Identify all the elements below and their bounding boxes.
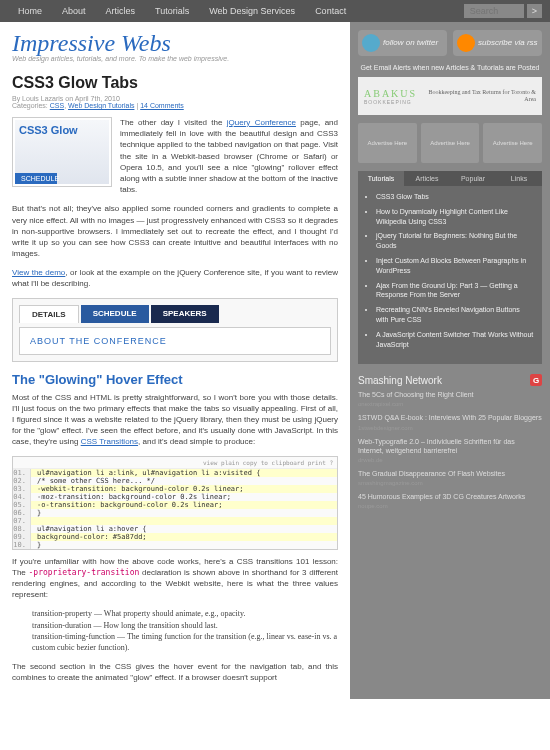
twitter-button[interactable]: follow on twitter <box>358 30 447 56</box>
section-heading: The "Glowing" Hover Effect <box>12 372 338 387</box>
def-1: transition-property — What property shou… <box>32 608 338 619</box>
code-block: view plain copy to clipboard print ? 01.… <box>12 456 338 550</box>
post-title: CSS3 Glow Tabs <box>12 74 338 92</box>
main-content: Impressive Webs Web design articles, tut… <box>0 22 350 699</box>
rss-label: subscribe via rss <box>478 39 538 47</box>
smashing-item[interactable]: The Gradual Disappearance Of Flash Websi… <box>358 469 542 478</box>
jquery-conf-link[interactable]: jQuery Conference <box>227 118 296 127</box>
post-meta: By Louis Lazaris on April 7th, 2010 Cate… <box>12 95 338 109</box>
thumb-title: CSS3 Glow <box>15 120 109 140</box>
paragraph-2: But that's not all; they've also applied… <box>12 203 338 259</box>
tutorial-link[interactable]: Ajax From the Ground Up: Part 3 — Gettin… <box>376 281 534 301</box>
smashing-icon: G <box>530 374 542 386</box>
tutorial-link[interactable]: A JavaScript Content Switcher That Works… <box>376 330 534 350</box>
sidebar: follow on twitter subscribe via rss Get … <box>350 22 550 699</box>
sidebar-tabs: Tutorials Articles Popular Links <box>358 171 542 186</box>
tutorial-link[interactable]: Recreating CNN's Beveled Navigation Butt… <box>376 305 534 325</box>
search-button[interactable]: > <box>527 4 542 18</box>
code-line: 08.ul#navigation li a:hover { <box>13 525 337 533</box>
code-line: 10.} <box>13 541 337 549</box>
paragraph-4: Most of the CSS and HTML is pretty strai… <box>12 392 338 448</box>
nav-about[interactable]: About <box>52 3 96 19</box>
tutorial-link[interactable]: Inject Custom Ad Blocks Between Paragrap… <box>376 256 534 276</box>
demo-content: ABOUT THE CONFERENCE <box>19 327 331 355</box>
tab-tutorials[interactable]: Tutorials <box>358 171 404 186</box>
paragraph-3: View the demo, or look at the example on… <box>12 267 338 289</box>
tab-links[interactable]: Links <box>496 171 542 186</box>
code-line: 07. <box>13 517 337 525</box>
ad-logo-sub: BOOKKEEPING <box>364 99 417 105</box>
code-toolbar[interactable]: view plain copy to clipboard print ? <box>13 457 337 469</box>
tab-popular[interactable]: Popular <box>450 171 496 186</box>
demo-tab-speakers: SPEAKERS <box>151 305 219 323</box>
nav-services[interactable]: Web Design Services <box>199 3 305 19</box>
ad-slot-1[interactable]: Advertise Here <box>358 123 417 163</box>
smashing-title: Smashing Network <box>358 375 442 386</box>
smashing-item[interactable]: Web-Typografie 2.0 – Individuelle Schrif… <box>358 437 542 455</box>
inline-code: -proprietary-transition <box>29 568 140 577</box>
search-input[interactable] <box>464 4 524 18</box>
code-line: 02. /* some other CSS here... */ <box>13 477 337 485</box>
email-alert-link[interactable]: Get Email Alerts when new Articles & Tut… <box>358 64 542 71</box>
nav-articles[interactable]: Articles <box>96 3 146 19</box>
smashing-item[interactable]: 45 Humorous Examples of 3D CG Creatures … <box>358 492 542 501</box>
nav-contact[interactable]: Contact <box>305 3 356 19</box>
ad-logo: ABAKUS <box>364 88 417 99</box>
cat-label: Categories: <box>12 102 50 109</box>
byline: By Louis Lazaris on April 7th, 2010 <box>12 95 120 102</box>
demo-screenshot: DETAILS SCHEDULE SPEAKERS ABOUT THE CONF… <box>12 298 338 362</box>
top-nav: Home About Articles Tutorials Web Design… <box>0 0 550 22</box>
smashing-item[interactable]: The 5Cs of Choosing the Right Client <box>358 390 542 399</box>
post-thumbnail: CSS3 Glow SCHEDULE <box>12 117 112 187</box>
code-line: 01.ul#navigation li a:link, ul#navigatio… <box>13 469 337 477</box>
tutorial-link[interactable]: How to Dynamically Highlight Content Lik… <box>376 207 534 227</box>
smashing-source: 1stwebdesigner.com <box>358 425 542 431</box>
def-2: transition-duration — How long the trans… <box>32 620 338 631</box>
ad-text: Bookkeeping and Tax Returns for Toronto … <box>417 89 536 103</box>
nav-tutorials[interactable]: Tutorials <box>145 3 199 19</box>
code-line: 03. -webkit-transition: background-color… <box>13 485 337 493</box>
site-logo: Impressive Webs <box>12 30 338 57</box>
twitter-label: follow on twitter <box>383 39 438 47</box>
rss-icon <box>457 34 475 52</box>
paragraph-5: If you're unfamiliar with how the above … <box>12 556 338 601</box>
code-line: 06.} <box>13 509 337 517</box>
def-3: transition-timing-function — The timing … <box>32 631 338 653</box>
tutorial-link[interactable]: jQuery Tutorial for Beginners: Nothing B… <box>376 231 534 251</box>
rss-button[interactable]: subscribe via rss <box>453 30 542 56</box>
smashing-source: onextrapixel.com <box>358 401 542 407</box>
definition-list: transition-property — What property shou… <box>32 608 338 653</box>
thumb-tab: SCHEDULE <box>15 173 57 184</box>
cat-tutorials[interactable]: Web Design Tutorials <box>68 102 134 109</box>
smashing-item[interactable]: 1STWD Q&A E-book : Interviews With 25 Po… <box>358 413 542 422</box>
ad-slot-3[interactable]: Advertise Here <box>483 123 542 163</box>
smashing-source: drweb.de <box>358 457 542 463</box>
ad-banner[interactable]: ABAKUS BOOKKEEPING Bookkeeping and Tax R… <box>358 77 542 115</box>
code-line: 05. -o-transition: background-color 0.2s… <box>13 501 337 509</box>
ad-slot-2[interactable]: Advertise Here <box>421 123 480 163</box>
code-line: 04. -moz-transition: background-color 0.… <box>13 493 337 501</box>
tab-articles[interactable]: Articles <box>404 171 450 186</box>
demo-tab-schedule: SCHEDULE <box>81 305 149 323</box>
twitter-icon <box>362 34 380 52</box>
demo-tab-details: DETAILS <box>19 305 79 323</box>
code-line: 09. background-color: #5a87dd; <box>13 533 337 541</box>
smashing-source: noupe.com <box>358 503 542 509</box>
css-transitions-link[interactable]: CSS Transitions <box>81 437 138 446</box>
paragraph-6: The second section in the CSS gives the … <box>12 661 338 683</box>
tutorials-list: CSS3 Glow TabsHow to Dynamically Highlig… <box>358 186 542 364</box>
tagline: Web design articles, tutorials, and more… <box>12 55 338 62</box>
nav-home[interactable]: Home <box>8 3 52 19</box>
tutorial-link[interactable]: CSS3 Glow Tabs <box>376 192 534 202</box>
smashing-source: smashingmagazine.com <box>358 480 542 486</box>
view-demo-link[interactable]: View the demo <box>12 268 65 277</box>
comments-link[interactable]: 14 Comments <box>140 102 184 109</box>
cat-css[interactable]: CSS <box>50 102 64 109</box>
